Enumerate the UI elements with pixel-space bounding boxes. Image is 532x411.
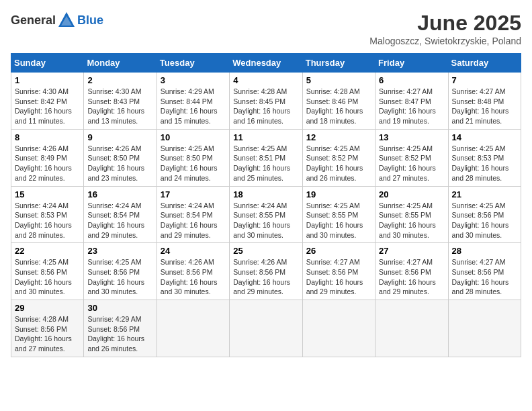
calendar-cell: 6Sunrise: 4:27 AM Sunset: 8:47 PM Daylig… (375, 73, 448, 130)
calendar-cell: 14Sunrise: 4:25 AM Sunset: 8:53 PM Dayli… (448, 129, 521, 186)
week-row-3: 15Sunrise: 4:24 AM Sunset: 8:53 PM Dayli… (11, 186, 521, 243)
day-info: Sunrise: 4:30 AM Sunset: 8:42 PM Dayligh… (15, 87, 80, 126)
calendar-cell: 19Sunrise: 4:25 AM Sunset: 8:55 PM Dayli… (302, 186, 375, 243)
day-number: 16 (87, 189, 152, 199)
day-number: 30 (87, 303, 152, 313)
calendar-cell: 27Sunrise: 4:27 AM Sunset: 8:56 PM Dayli… (375, 243, 448, 300)
calendar-cell: 13Sunrise: 4:25 AM Sunset: 8:52 PM Dayli… (375, 129, 448, 186)
calendar-cell: 28Sunrise: 4:27 AM Sunset: 8:56 PM Dayli… (448, 243, 521, 300)
day-info: Sunrise: 4:26 AM Sunset: 8:56 PM Dayligh… (161, 257, 226, 297)
calendar-cell: 8Sunrise: 4:26 AM Sunset: 8:49 PM Daylig… (11, 129, 84, 186)
weekday-header-monday: Monday (84, 54, 157, 73)
day-info: Sunrise: 4:28 AM Sunset: 8:45 PM Dayligh… (233, 87, 298, 126)
day-number: 4 (233, 75, 298, 85)
day-info: Sunrise: 4:25 AM Sunset: 8:55 PM Dayligh… (379, 201, 444, 240)
day-info: Sunrise: 4:26 AM Sunset: 8:56 PM Dayligh… (233, 257, 298, 297)
day-number: 5 (306, 75, 371, 85)
calendar-cell: 7Sunrise: 4:27 AM Sunset: 8:48 PM Daylig… (448, 73, 521, 130)
day-number: 3 (161, 75, 226, 85)
day-number: 26 (306, 246, 371, 256)
weekday-header-friday: Friday (375, 54, 448, 73)
day-info: Sunrise: 4:24 AM Sunset: 8:55 PM Dayligh… (233, 201, 298, 240)
day-number: 15 (15, 189, 80, 199)
day-info: Sunrise: 4:29 AM Sunset: 8:44 PM Dayligh… (161, 87, 226, 126)
day-info: Sunrise: 4:24 AM Sunset: 8:54 PM Dayligh… (161, 201, 226, 240)
day-number: 29 (15, 303, 80, 313)
day-info: Sunrise: 4:28 AM Sunset: 8:56 PM Dayligh… (15, 314, 80, 354)
weekday-header-thursday: Thursday (302, 54, 375, 73)
day-info: Sunrise: 4:27 AM Sunset: 8:56 PM Dayligh… (452, 257, 517, 297)
calendar-cell: 23Sunrise: 4:25 AM Sunset: 8:56 PM Dayli… (84, 243, 157, 300)
calendar-cell (448, 300, 521, 357)
logo-general: General (11, 13, 56, 28)
week-row-2: 8Sunrise: 4:26 AM Sunset: 8:49 PM Daylig… (11, 129, 521, 186)
weekday-header-sunday: Sunday (11, 54, 84, 73)
day-number: 20 (379, 189, 444, 199)
day-info: Sunrise: 4:27 AM Sunset: 8:56 PM Dayligh… (306, 257, 371, 297)
location-subtitle: Malogoszcz, Swietokrzyskie, Poland (369, 36, 521, 46)
day-info: Sunrise: 4:25 AM Sunset: 8:52 PM Dayligh… (306, 144, 371, 183)
day-number: 8 (15, 132, 80, 142)
calendar-cell: 15Sunrise: 4:24 AM Sunset: 8:53 PM Dayli… (11, 186, 84, 243)
day-info: Sunrise: 4:25 AM Sunset: 8:50 PM Dayligh… (161, 144, 226, 183)
day-info: Sunrise: 4:27 AM Sunset: 8:48 PM Dayligh… (452, 87, 517, 126)
day-info: Sunrise: 4:25 AM Sunset: 8:56 PM Dayligh… (15, 257, 80, 297)
day-number: 9 (87, 132, 152, 142)
calendar-cell (302, 300, 375, 357)
day-number: 25 (233, 246, 298, 256)
calendar-cell: 30Sunrise: 4:29 AM Sunset: 8:56 PM Dayli… (84, 300, 157, 357)
calendar-cell: 29Sunrise: 4:28 AM Sunset: 8:56 PM Dayli… (11, 300, 84, 357)
calendar-cell: 25Sunrise: 4:26 AM Sunset: 8:56 PM Dayli… (230, 243, 302, 300)
logo: General Blue (11, 11, 103, 30)
day-info: Sunrise: 4:25 AM Sunset: 8:52 PM Dayligh… (379, 144, 444, 183)
calendar-cell: 17Sunrise: 4:24 AM Sunset: 8:54 PM Dayli… (157, 186, 229, 243)
day-number: 7 (452, 75, 517, 85)
day-number: 6 (379, 75, 444, 85)
calendar-table: SundayMondayTuesdayWednesdayThursdayFrid… (11, 53, 521, 357)
day-number: 28 (452, 246, 517, 256)
calendar-cell: 12Sunrise: 4:25 AM Sunset: 8:52 PM Dayli… (302, 129, 375, 186)
day-info: Sunrise: 4:25 AM Sunset: 8:55 PM Dayligh… (306, 201, 371, 240)
week-row-1: 1Sunrise: 4:30 AM Sunset: 8:42 PM Daylig… (11, 73, 521, 130)
day-number: 22 (15, 246, 80, 256)
page-header: General Blue June 2025 Malogoszcz, Swiet… (11, 11, 521, 46)
month-title: June 2025 (369, 11, 521, 36)
calendar-cell: 1Sunrise: 4:30 AM Sunset: 8:42 PM Daylig… (11, 73, 84, 130)
day-number: 27 (379, 246, 444, 256)
day-info: Sunrise: 4:25 AM Sunset: 8:53 PM Dayligh… (452, 144, 517, 183)
day-number: 11 (233, 132, 298, 142)
day-info: Sunrise: 4:26 AM Sunset: 8:50 PM Dayligh… (87, 144, 152, 183)
day-number: 13 (379, 132, 444, 142)
calendar-cell: 26Sunrise: 4:27 AM Sunset: 8:56 PM Dayli… (302, 243, 375, 300)
day-number: 23 (87, 246, 152, 256)
calendar-cell: 24Sunrise: 4:26 AM Sunset: 8:56 PM Dayli… (157, 243, 229, 300)
week-row-4: 22Sunrise: 4:25 AM Sunset: 8:56 PM Dayli… (11, 243, 521, 300)
calendar-cell: 9Sunrise: 4:26 AM Sunset: 8:50 PM Daylig… (84, 129, 157, 186)
calendar-cell: 21Sunrise: 4:25 AM Sunset: 8:56 PM Dayli… (448, 186, 521, 243)
calendar-cell: 22Sunrise: 4:25 AM Sunset: 8:56 PM Dayli… (11, 243, 84, 300)
day-info: Sunrise: 4:25 AM Sunset: 8:51 PM Dayligh… (233, 144, 298, 183)
calendar-cell: 4Sunrise: 4:28 AM Sunset: 8:45 PM Daylig… (230, 73, 302, 130)
calendar-cell: 10Sunrise: 4:25 AM Sunset: 8:50 PM Dayli… (157, 129, 229, 186)
day-info: Sunrise: 4:30 AM Sunset: 8:43 PM Dayligh… (87, 87, 152, 126)
day-number: 10 (161, 132, 226, 142)
day-number: 21 (452, 189, 517, 199)
day-info: Sunrise: 4:29 AM Sunset: 8:56 PM Dayligh… (87, 314, 152, 354)
day-number: 19 (306, 189, 371, 199)
calendar-cell (157, 300, 229, 357)
calendar-cell (375, 300, 448, 357)
day-number: 24 (161, 246, 226, 256)
day-number: 2 (87, 75, 152, 85)
calendar-cell: 11Sunrise: 4:25 AM Sunset: 8:51 PM Dayli… (230, 129, 302, 186)
day-info: Sunrise: 4:26 AM Sunset: 8:49 PM Dayligh… (15, 144, 80, 183)
day-info: Sunrise: 4:24 AM Sunset: 8:54 PM Dayligh… (87, 201, 152, 240)
day-info: Sunrise: 4:28 AM Sunset: 8:46 PM Dayligh… (306, 87, 371, 126)
weekday-header-tuesday: Tuesday (157, 54, 229, 73)
day-info: Sunrise: 4:24 AM Sunset: 8:53 PM Dayligh… (15, 201, 80, 240)
calendar-cell: 5Sunrise: 4:28 AM Sunset: 8:46 PM Daylig… (302, 73, 375, 130)
calendar-cell: 20Sunrise: 4:25 AM Sunset: 8:55 PM Dayli… (375, 186, 448, 243)
day-info: Sunrise: 4:25 AM Sunset: 8:56 PM Dayligh… (452, 201, 517, 240)
calendar-cell: 2Sunrise: 4:30 AM Sunset: 8:43 PM Daylig… (84, 73, 157, 130)
weekday-header-wednesday: Wednesday (230, 54, 302, 73)
calendar-cell (230, 300, 302, 357)
